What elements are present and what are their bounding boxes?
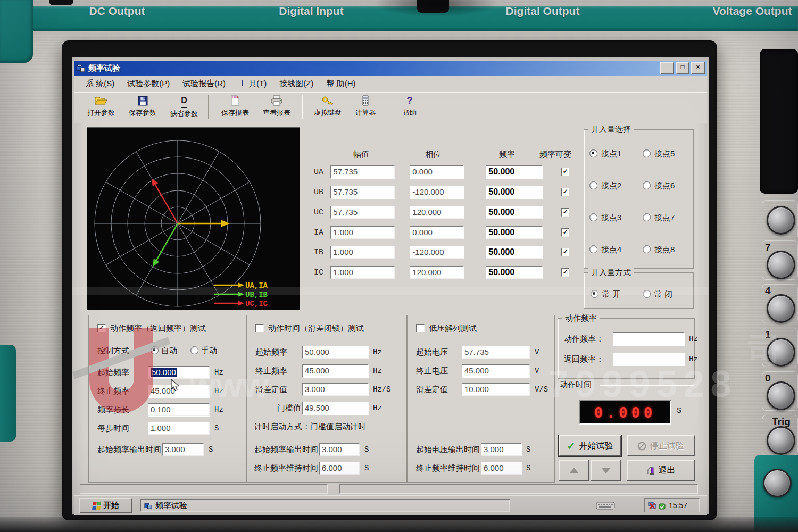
time-end-hold-row: 终止频率维持时间 6.000 S <box>254 462 369 475</box>
ub-phase-input[interactable]: -120.000 <box>410 186 463 198</box>
keypad-button <box>763 469 792 497</box>
radio-contact-7[interactable] <box>643 213 651 221</box>
stop-test-button[interactable]: 停止试验 <box>627 435 695 456</box>
uc-freq-variable-checkbox[interactable]: ✓ <box>561 208 569 217</box>
radio-contact-6[interactable] <box>643 181 651 189</box>
ib-amplitude-input[interactable]: 1.000 <box>330 246 395 259</box>
slip-setting-input[interactable]: 3.000 <box>302 383 368 396</box>
radio-contact-4[interactable] <box>589 245 597 253</box>
menu-test-report[interactable]: 试验报告(R) <box>176 77 232 90</box>
toolbar-separator <box>301 95 303 119</box>
panel-label-digital-output: Digital Output <box>489 5 596 18</box>
time-end-frequency-row: 终止频率 45.000 Hz <box>255 364 382 377</box>
ic-freq-variable-checkbox[interactable]: ✓ <box>561 268 569 277</box>
radio-contact-3[interactable] <box>589 213 597 221</box>
ic-amplitude-input[interactable]: 1.000 <box>330 266 395 279</box>
window-titlebar[interactable]: 频率试验 _ □ × <box>74 61 707 76</box>
radio-contact-2[interactable] <box>589 181 597 189</box>
step-up-button[interactable] <box>559 460 589 481</box>
col-header-amplitude: 幅值 <box>353 149 369 160</box>
time-end-frequency-input[interactable]: 45.000 <box>302 364 368 377</box>
start-freq-output-time-input[interactable]: 3.000 <box>162 443 204 456</box>
uc-phase-input[interactable]: 120.000 <box>410 206 463 219</box>
network-disconnected-icon[interactable] <box>648 502 656 509</box>
uc-frequency-input[interactable]: 50.000 <box>486 206 542 219</box>
virtual-keyboard-button[interactable]: 虚拟键盘 <box>307 94 348 121</box>
threshold-input[interactable]: 49.500 <box>302 402 368 414</box>
radio-normally-closed[interactable] <box>643 290 651 298</box>
ua-amplitude-input[interactable]: 57.735 <box>330 165 395 178</box>
menu-help[interactable]: 帮 助(H) <box>320 77 362 90</box>
status-bar-segment <box>80 484 328 494</box>
ua-freq-variable-checkbox[interactable]: ✓ <box>561 168 569 176</box>
start-voltage-input[interactable]: 57.735 <box>462 346 530 359</box>
radio-contact-5[interactable] <box>643 149 651 157</box>
input-method-keyboard-icon[interactable] <box>594 500 617 511</box>
start-test-button[interactable]: ✓ 开始试验 <box>559 435 621 456</box>
menu-system[interactable]: 系 统(S) <box>79 77 121 90</box>
default-params-button[interactable]: D 缺省参数 <box>163 94 205 121</box>
menu-test-params[interactable]: 试验参数(P) <box>121 77 176 90</box>
radio-normally-open[interactable] <box>591 290 598 298</box>
step-time-row: 每步时间 1.000 S <box>97 422 219 435</box>
ia-frequency-input[interactable]: 50.000 <box>486 226 542 239</box>
time-start-output-input[interactable]: 3.000 <box>319 443 360 456</box>
ub-amplitude-input[interactable]: 57.735 <box>330 186 395 198</box>
side-display-cutout <box>760 49 798 194</box>
keypad-button-4 <box>767 294 795 323</box>
channel-row-ic: IC 1.000 120.000 50.000 ✓ <box>314 266 569 279</box>
radio-normally-open-label: 常 开 <box>602 289 620 300</box>
time-end-hold-input[interactable]: 6.000 <box>319 462 360 475</box>
ib-phase-input[interactable]: -120.000 <box>410 246 463 259</box>
ic-phase-input[interactable]: 120.000 <box>410 266 463 279</box>
uc-amplitude-input[interactable]: 57.735 <box>330 206 395 219</box>
app-icon <box>76 64 85 73</box>
save-params-button[interactable]: 保存参数 <box>122 94 163 121</box>
maximize-button[interactable]: □ <box>676 62 689 74</box>
step-time-input[interactable]: 1.000 <box>148 422 210 435</box>
return-frequency-result-input[interactable] <box>613 353 684 365</box>
ib-freq-variable-checkbox[interactable]: ✓ <box>561 248 569 256</box>
keypad-cell: 4 <box>762 284 798 323</box>
radio-contact-3-label: 接点3 <box>601 213 621 223</box>
ia-amplitude-input[interactable]: 1.000 <box>330 226 395 239</box>
view-report-button[interactable]: 查看报表 <box>256 94 297 121</box>
ub-freq-variable-checkbox[interactable]: ✓ <box>561 188 569 196</box>
ic-frequency-input[interactable]: 50.000 <box>486 266 542 279</box>
action-frequency-result-input[interactable] <box>613 332 684 345</box>
end-voltage-input[interactable]: 45.000 <box>462 364 530 377</box>
ub-frequency-input[interactable]: 50.000 <box>486 186 542 198</box>
menu-wiring-diagram[interactable]: 接线图(Z) <box>273 77 320 90</box>
voltage-slip-input[interactable]: 10.000 <box>462 383 530 396</box>
time-start-frequency-input[interactable]: 50.000 <box>302 346 368 359</box>
prohibit-icon <box>637 442 646 451</box>
ia-freq-variable-checkbox[interactable]: ✓ <box>561 228 569 237</box>
low-voltage-test-checkbox[interactable] <box>416 324 425 332</box>
tray-app-icon[interactable] <box>659 502 666 509</box>
close-button[interactable]: × <box>691 62 705 74</box>
step-down-button[interactable] <box>591 460 621 481</box>
open-params-button[interactable]: 打开参数 <box>80 94 122 121</box>
lv-end-hold-input[interactable]: 6.000 <box>481 462 521 475</box>
ia-phase-input[interactable]: 0.000 <box>410 226 463 239</box>
start-voltage-output-input[interactable]: 3.000 <box>481 443 521 456</box>
task-button-frequency-test[interactable]: 频率试验 <box>140 499 510 512</box>
col-header-phase: 相位 <box>425 149 441 160</box>
menu-tools[interactable]: 工 具(T) <box>232 77 273 90</box>
start-menu-button[interactable]: 开始 <box>79 498 132 513</box>
ua-phase-input[interactable]: 0.000 <box>410 165 463 178</box>
save-report-button[interactable]: DEL 保存报表 <box>214 94 256 121</box>
calculator-button[interactable]: 计算器 <box>348 94 383 121</box>
ua-frequency-input[interactable]: 50.000 <box>486 165 542 178</box>
exit-button[interactable]: 退出 <box>627 460 695 481</box>
radio-contact-8[interactable] <box>643 245 651 253</box>
radio-contact-1[interactable] <box>589 149 597 157</box>
minimize-button[interactable]: _ <box>660 62 674 74</box>
start-voltage-output-row: 起始电压输出时间 3.000 S <box>416 443 530 456</box>
ib-frequency-input[interactable]: 50.000 <box>486 246 542 259</box>
return-frequency-result-row: 返回频率： Hz <box>564 353 698 365</box>
radio-manual[interactable] <box>190 346 198 354</box>
action-time-test-checkbox[interactable] <box>255 324 264 332</box>
help-button[interactable]: ? 帮助 <box>391 94 428 121</box>
instrument-front-panel: DC Output Digital Input Digital Output V… <box>0 0 798 532</box>
